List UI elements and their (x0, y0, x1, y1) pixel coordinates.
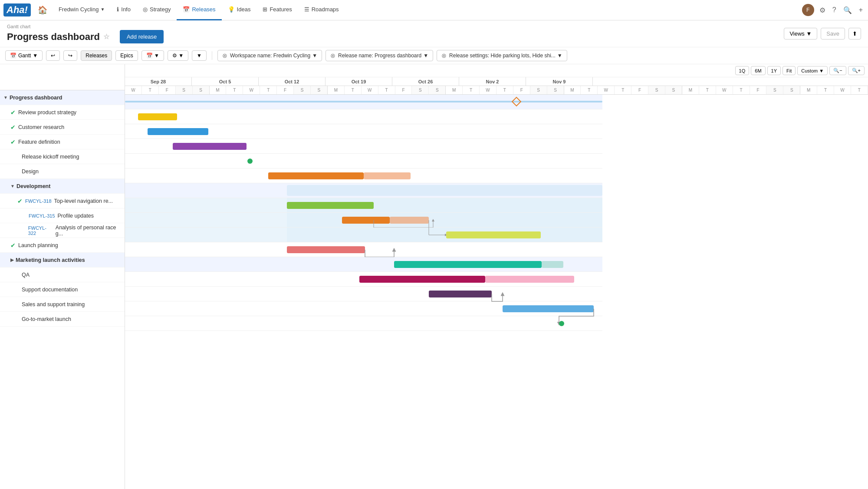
bar-review[interactable] (138, 113, 177, 120)
nav-info[interactable]: ℹ Info (111, 0, 137, 20)
zoom-custom[interactable]: Custom ▼ (797, 66, 828, 75)
sidebar-item-development[interactable]: ▼ Development (0, 179, 125, 194)
views-button[interactable]: Views ▼ (784, 28, 817, 40)
bar-design-main[interactable] (268, 172, 364, 179)
sidebar-item-review-product-strategy[interactable]: ✔ Review product strategy (0, 105, 125, 120)
zoom-1q[interactable]: 1Q (735, 66, 750, 75)
bar-sales-training[interactable] (503, 305, 594, 312)
zoom-in[interactable]: 🔍+ (848, 66, 865, 75)
ideas-icon: 💡 (228, 6, 235, 13)
grid-row-customer-research (125, 124, 602, 139)
release-filter-chip[interactable]: ⊗ Release name: Progress dashboard ▼ (326, 50, 433, 61)
sidebar-item-progress-dashboard[interactable]: ▼ Progress dashboard (0, 90, 125, 105)
bar-marketing-ext[interactable] (542, 261, 563, 268)
sidebar-item-sales-support-training[interactable]: Sales and support training (0, 297, 125, 312)
settings-icon[interactable]: ⚙ (818, 4, 827, 16)
row-label: Analysis of personal race g... (56, 225, 121, 237)
chip-dropdown-icon-3[interactable]: ▼ (557, 53, 562, 59)
subheader-left: Gantt chart Progress dashboard ☆ Add rel… (7, 24, 164, 43)
search-icon[interactable]: 🔍 (842, 4, 854, 16)
avatar[interactable]: F (802, 4, 814, 16)
milestone-kickoff[interactable] (247, 159, 253, 164)
zoom-bar: 1Q 6M 1Y Fit Custom ▼ 🔍− 🔍+ (125, 64, 868, 77)
chip-remove-icon-2[interactable]: ⊗ (330, 52, 335, 59)
workspace-filter-label: Workspace name: Fredwin Cycling (230, 53, 310, 59)
nav-right: F ⚙ ? 🔍 + (802, 4, 865, 16)
bar-marketing[interactable] (394, 261, 542, 268)
sidebar-item-launch-planning[interactable]: ✔ Launch planning (0, 238, 125, 253)
bar-feature-definition[interactable] (173, 143, 247, 150)
top-nav: Aha! 🏠 Fredwin Cycling ▼ ℹ Info ◎ Strate… (0, 0, 868, 20)
expand-icon: ▼ (10, 184, 15, 188)
sidebar-item-release-kickoff[interactable]: Release kickoff meeting (0, 149, 125, 164)
home-button[interactable]: 🏠 (34, 3, 51, 17)
workspace-filter-chip[interactable]: ⊗ Workspace name: Fredwin Cycling ▼ (217, 50, 322, 61)
chip-dropdown-icon[interactable]: ▼ (312, 53, 317, 59)
undo-button[interactable]: ↩ (46, 50, 60, 61)
grid-row-review (125, 109, 602, 124)
bar-launch-planning[interactable] (287, 246, 365, 253)
nav-workspace[interactable]: Fredwin Cycling ▼ (53, 0, 111, 20)
add-icon[interactable]: + (857, 4, 865, 16)
gantt-button[interactable]: 📅 Gantt ▼ (5, 50, 43, 61)
nav-ideas[interactable]: 💡 Ideas (222, 0, 257, 20)
sidebar-item-fwcyl-318[interactable]: ✔ FWCYL-318 Top-level navigation re... (0, 194, 125, 208)
sidebar-item-feature-definition[interactable]: ✔ Feature definition (0, 135, 125, 149)
chip-remove-icon[interactable]: ⊗ (222, 52, 227, 59)
ticket-id: FWCYL-315 (29, 213, 55, 218)
bar-customer-research[interactable] (148, 128, 208, 135)
sidebar-item-fwcyl-315[interactable]: FWCYL-315 Profile updates (0, 208, 125, 223)
toolbar-divider (212, 51, 212, 60)
toolbar: 📅 Gantt ▼ ↩ ↪ Releases Epics 📅 ▼ ⚙ ▼ ▼ ⊗… (0, 47, 868, 64)
epics-toggle[interactable]: Epics (115, 50, 138, 61)
release-settings-chip[interactable]: ⊗ Release settings: Hide parking lots, H… (437, 50, 567, 61)
bar-qa-ext[interactable] (485, 276, 574, 283)
redo-button[interactable]: ↪ (63, 50, 77, 61)
chip-dropdown-icon-2[interactable]: ▼ (423, 53, 428, 59)
bar-design-ext[interactable] (364, 172, 411, 179)
check-icon: ✔ (10, 242, 16, 249)
sidebar-item-design[interactable]: Design (0, 164, 125, 179)
ticket-id: FWCYL-318 (25, 198, 52, 204)
sidebar-item-customer-research[interactable]: ✔ Customer research (0, 120, 125, 135)
nav-features[interactable]: ⊞ Features (256, 0, 298, 20)
nav-releases[interactable]: 📅 Releases (177, 0, 221, 20)
row-label: Customer research (18, 124, 64, 130)
sidebar-item-go-to-market[interactable]: Go-to-market launch (0, 312, 125, 327)
bar-qa-main[interactable] (359, 276, 485, 283)
zoom-fit[interactable]: Fit (783, 66, 796, 75)
nav-strategy[interactable]: ◎ Strategy (137, 0, 177, 20)
bar-fwcyl-315-main[interactable] (342, 217, 390, 224)
releases-toggle[interactable]: Releases (81, 50, 112, 61)
export-button[interactable]: ⬆ (848, 28, 861, 40)
bar-support-doc[interactable] (429, 291, 492, 297)
timeline-days: W T F S S M T W T F S S M T W T F S S (125, 86, 868, 95)
filter-button[interactable]: ▼ (192, 50, 207, 61)
zoom-6m[interactable]: 6M (751, 66, 765, 75)
calendar-button[interactable]: 📅 ▼ (141, 50, 164, 61)
chip-remove-icon-3[interactable]: ⊗ (441, 52, 447, 59)
nav-roadmaps-label: Roadmaps (312, 6, 339, 13)
favorite-star-icon[interactable]: ☆ (103, 33, 109, 41)
sidebar-item-marketing-launch[interactable]: ▶ Marketing launch activities (0, 253, 125, 268)
gantt-area[interactable]: 1Q 6M 1Y Fit Custom ▼ 🔍− 🔍+ Sep 28 Oct 5… (125, 64, 868, 489)
milestone-go-to-market[interactable] (559, 321, 564, 326)
sidebar-item-support-documentation[interactable]: Support documentation (0, 282, 125, 297)
logo[interactable]: Aha! (3, 3, 31, 17)
sidebar-item-qa[interactable]: QA (0, 268, 125, 282)
sidebar-item-fwcyl-322[interactable]: FWCYL-322 Analysis of personal race g... (0, 223, 125, 238)
bar-fwcyl-322[interactable] (446, 231, 541, 238)
save-button[interactable]: Save (821, 28, 845, 40)
add-release-button[interactable]: Add release (120, 30, 164, 43)
nav-roadmaps[interactable]: ☰ Roadmaps (298, 0, 345, 20)
bar-fwcyl-318[interactable] (287, 202, 374, 209)
releases-icon: 📅 (183, 6, 190, 13)
zoom-1y[interactable]: 1Y (767, 66, 781, 75)
settings-options-button[interactable]: ⚙ ▼ (168, 50, 188, 61)
zoom-out[interactable]: 🔍− (829, 66, 846, 75)
timeline-months: Sep 28 Oct 5 Oct 12 Oct 19 Oct 26 Nov 2 … (125, 77, 868, 86)
row-label: Sales and support training (22, 301, 85, 307)
row-label: Development (16, 183, 51, 189)
bar-fwcyl-315-ext[interactable] (390, 217, 429, 224)
help-icon[interactable]: ? (831, 4, 838, 16)
